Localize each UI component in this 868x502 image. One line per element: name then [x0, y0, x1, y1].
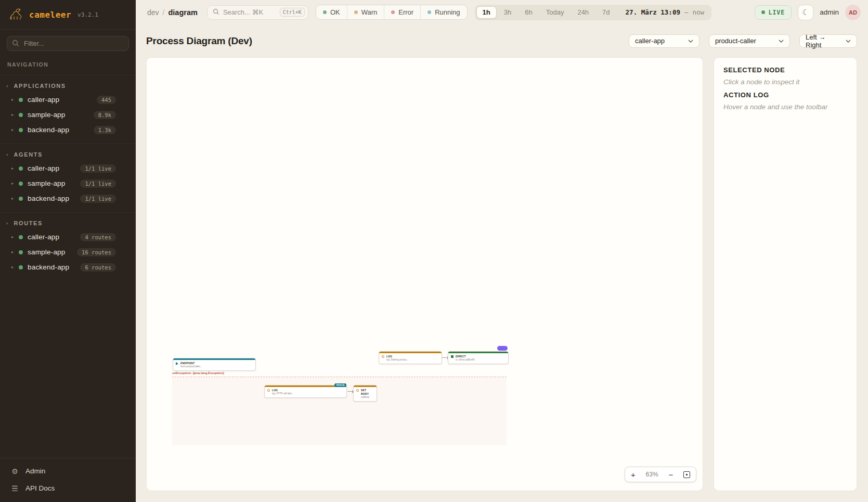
gear-icon: ⚙ [11, 467, 19, 475]
filter-chip-warn[interactable]: Warn [347, 5, 384, 19]
diagram-node-set-body[interactable]: SET BODY setBody [353, 385, 377, 402]
diagram-node-log-2[interactable]: TRACE LOG log: HTTP call failu... [264, 385, 347, 398]
range-button-6h[interactable]: 6h [519, 6, 538, 19]
range-button-24h[interactable]: 24h [571, 6, 595, 19]
section-header-agents[interactable]: ▾ AGENTS [0, 149, 136, 161]
status-dot [19, 250, 23, 254]
fit-view-button[interactable] [683, 471, 690, 478]
chevron-right-icon: ▸ [11, 196, 19, 201]
route-select[interactable]: product-caller [709, 34, 790, 48]
sidebar-item-api-docs[interactable]: ☰ API Docs [0, 480, 136, 497]
log-icon [382, 355, 384, 358]
sidebar-item-applications-caller-app[interactable]: ▸ caller-app 445 [0, 92, 136, 107]
breadcrumb-current: diagram [168, 8, 197, 17]
app-select[interactable]: caller-app [629, 34, 699, 48]
range-button-1h[interactable]: 1h [476, 6, 497, 19]
diagram-node-endpoint[interactable]: ENDPOINT timer:productCaller... [173, 358, 256, 371]
node-badge-purple [497, 346, 508, 351]
section-applications: ▾ APPLICATIONS ▸ caller-app 445 ▸ sample… [0, 75, 136, 137]
live-badge[interactable]: LIVE [755, 5, 792, 20]
search-icon [213, 8, 219, 17]
status-dot [19, 182, 23, 186]
status-filter-group: OK Warn Error Running [316, 5, 468, 20]
chevron-down-icon: ▾ [6, 222, 8, 225]
status-dot [19, 113, 23, 117]
topbar: dev / diagram Ctrl+K OK Warn [136, 0, 868, 24]
on-exception-label: onException: [java.lang.Exception] [172, 371, 224, 375]
set-body-icon [356, 389, 359, 392]
search-icon [12, 40, 19, 49]
breadcrumb-parent[interactable]: dev [147, 8, 159, 17]
shortcut-kbd: Ctrl+K [280, 8, 305, 17]
chevron-right-icon: ▸ [11, 112, 19, 117]
chevron-down-icon [779, 40, 784, 43]
zoom-level: 63% [646, 471, 658, 478]
status-dot [19, 128, 23, 132]
routes-count-badge: 6 routes [80, 263, 116, 272]
sidebar-item-applications-sample-app[interactable]: ▸ sample-app 8.9k [0, 107, 136, 122]
action-log-heading: ACTION LOG [723, 91, 847, 99]
sidebar-item-agents-caller-app[interactable]: ▸ caller-app 1/1 live [0, 161, 136, 176]
warn-status-dot [354, 10, 358, 14]
inspector-panel: SELECTED NODE Click a node to inspect it… [714, 57, 857, 491]
zoom-out-button[interactable]: − [668, 471, 673, 479]
diagram-node-log-1[interactable]: LOG log: Starting produc... [379, 351, 442, 364]
list-icon: ☰ [11, 484, 19, 493]
filter-chip-running[interactable]: Running [420, 5, 467, 19]
error-status-dot [391, 10, 395, 14]
section-header-applications[interactable]: ▾ APPLICATIONS [0, 81, 136, 92]
sidebar-item-routes-caller-app[interactable]: ▸ caller-app 4 routes [0, 229, 136, 244]
count-badge: 8.9k [94, 111, 116, 119]
time-range-display: 27. März 13:09 — now [626, 8, 704, 16]
theme-toggle-button[interactable]: ☾ [798, 5, 813, 20]
play-icon [176, 362, 178, 365]
edge-log-to-direct [442, 357, 448, 358]
camel-logo-icon [8, 7, 24, 22]
status-dot [19, 197, 23, 201]
range-start: 27. März 13:09 [626, 8, 680, 16]
avatar[interactable]: AD [845, 5, 861, 20]
direct-icon [451, 355, 454, 358]
selected-node-heading: SELECTED NODE [723, 66, 847, 74]
chevron-right-icon: ▸ [11, 250, 19, 254]
live-count-badge: 1/1 live [80, 179, 116, 188]
range-button-7d[interactable]: 7d [596, 6, 616, 19]
status-dot [19, 235, 23, 239]
diagram-node-direct[interactable]: DIRECT to: direct:callEndP... [448, 351, 509, 364]
filter-chip-ok[interactable]: OK [316, 5, 347, 19]
live-count-badge: 1/1 live [80, 164, 116, 173]
running-status-dot [427, 10, 431, 14]
direction-select[interactable]: Left → Right [799, 34, 857, 48]
routes-count-badge: 4 routes [80, 233, 116, 241]
sidebar: cameleer v3.2.1 NAVIGATION ▾ APPLICATION… [0, 0, 136, 502]
diagram-canvas[interactable]: ENDPOINT timer:productCaller... LOG log:… [146, 57, 703, 491]
chevron-down-icon [688, 40, 693, 43]
breadcrumb: dev / diagram [147, 8, 198, 17]
chevron-down-icon [846, 40, 851, 43]
sidebar-item-applications-backend-app[interactable]: ▸ backend-app 1.3k [0, 122, 136, 137]
sidebar-item-agents-backend-app[interactable]: ▸ backend-app 1/1 live [0, 191, 136, 206]
section-header-routes[interactable]: ▾ ROUTES [0, 218, 136, 229]
count-badge: 1.3k [94, 126, 116, 134]
sidebar-item-admin[interactable]: ⚙ Admin [0, 462, 136, 480]
search-input[interactable] [223, 8, 276, 16]
chevron-right-icon: ▸ [11, 166, 19, 171]
username-label: admin [820, 8, 839, 16]
selected-node-hint: Click a node to inspect it [723, 78, 847, 86]
sidebar-item-routes-sample-app[interactable]: ▸ sample-app 16 routes [0, 244, 136, 260]
range-button-3h[interactable]: 3h [498, 6, 517, 19]
filter-input[interactable] [7, 36, 129, 51]
sidebar-item-routes-backend-app[interactable]: ▸ backend-app 6 routes [0, 260, 136, 275]
section-agents: ▾ AGENTS ▸ caller-app 1/1 live ▸ sample-… [0, 144, 136, 206]
log-icon [267, 389, 270, 392]
filter-chip-error[interactable]: Error [384, 5, 420, 19]
navigation-label: NAVIGATION [7, 61, 136, 68]
app-name: cameleer [29, 10, 71, 20]
logo-block: cameleer v3.2.1 [0, 0, 136, 30]
global-search[interactable]: Ctrl+K [207, 5, 308, 20]
live-count-badge: 1/1 live [80, 195, 116, 203]
sidebar-item-agents-sample-app[interactable]: ▸ sample-app 1/1 live [0, 176, 136, 191]
range-button-today[interactable]: Today [540, 6, 571, 19]
zoom-in-button[interactable]: + [631, 471, 636, 479]
app-version: v3.2.1 [77, 11, 98, 18]
